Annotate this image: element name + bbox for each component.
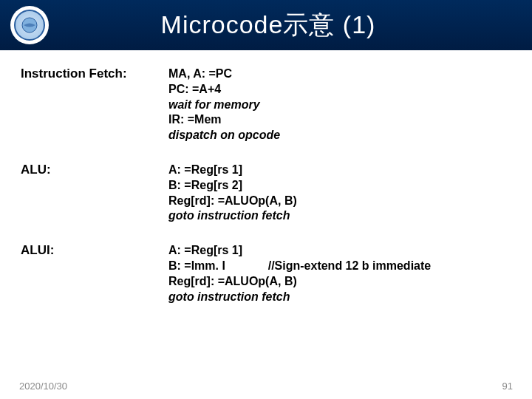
code-line: dispatch on opcode <box>168 128 280 143</box>
section-body: A: =Reg[rs 1] B: =Imm. I //Sign-extend 1… <box>168 243 431 304</box>
code-line: goto instruction fetch <box>168 208 297 224</box>
footer-page-number: 91 <box>502 381 513 392</box>
code-line: Reg[rd]: =ALUOp(A, B) <box>168 274 431 290</box>
code-line: A: =Reg[rs 1] <box>168 163 297 178</box>
code-line: B: =Reg[rs 2] <box>168 178 297 194</box>
section-body: MA, A: =PC PC: =A+4 wait for memory IR: … <box>168 66 280 143</box>
code-line: wait for memory <box>168 98 280 113</box>
slide-footer: 2020/10/30 91 <box>0 381 532 392</box>
code-line: A: =Reg[rs 1] <box>168 243 431 259</box>
university-logo <box>10 6 49 44</box>
section-alu: ALU: A: =Reg[rs 1] B: =Reg[rs 2] Reg[rd]… <box>21 163 511 224</box>
section-label: ALUI: <box>21 243 168 258</box>
section-label: ALU: <box>21 163 168 177</box>
code-line: Reg[rd]: =ALUOp(A, B) <box>168 194 297 209</box>
footer-date: 2020/10/30 <box>19 381 67 392</box>
code-line: PC: =A+4 <box>168 82 280 98</box>
slide-content: Instruction Fetch: MA, A: =PC PC: =A+4 w… <box>0 50 532 304</box>
section-instruction-fetch: Instruction Fetch: MA, A: =PC PC: =A+4 w… <box>21 66 511 143</box>
section-body: A: =Reg[rs 1] B: =Reg[rs 2] Reg[rd]: =AL… <box>168 163 297 224</box>
slide-title: Microcode示意 (1) <box>49 8 532 42</box>
slide-header: Microcode示意 (1) <box>0 0 532 50</box>
section-alui: ALUI: A: =Reg[rs 1] B: =Imm. I //Sign-ex… <box>21 243 511 304</box>
code-line: IR: =Mem <box>168 112 280 128</box>
code-line: MA, A: =PC <box>168 66 280 82</box>
logo-seal-icon <box>14 10 45 41</box>
code-line: B: =Imm. I //Sign-extend 12 b immediate <box>168 259 431 274</box>
section-label: Instruction Fetch: <box>21 66 168 81</box>
code-line: goto instruction fetch <box>168 290 431 305</box>
